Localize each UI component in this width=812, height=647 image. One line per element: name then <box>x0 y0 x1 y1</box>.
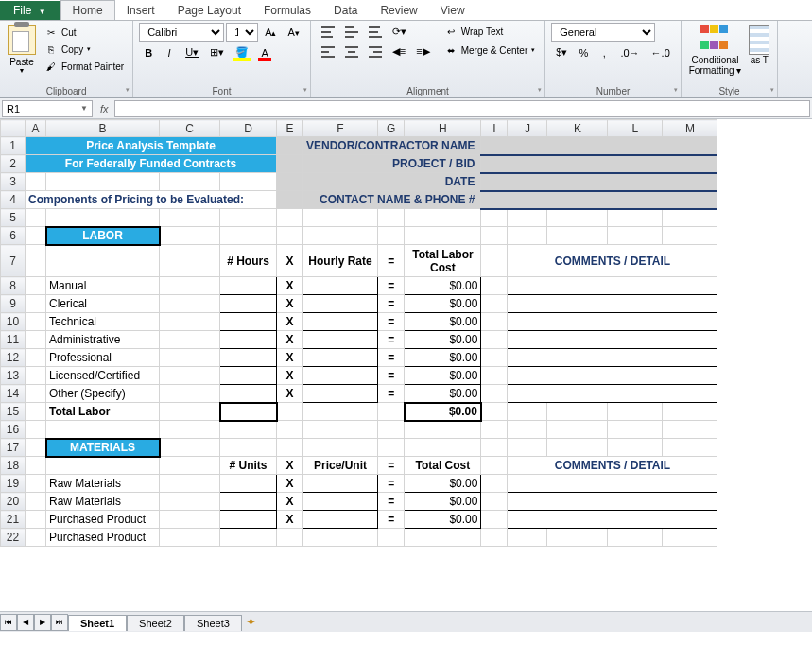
cell[interactable] <box>481 331 508 349</box>
border-button[interactable]: ⊞▾ <box>205 44 229 61</box>
mat-units-input[interactable] <box>220 475 277 493</box>
cell[interactable] <box>160 457 220 475</box>
cell[interactable] <box>481 295 508 313</box>
comment-input[interactable] <box>508 367 717 385</box>
cell[interactable] <box>481 529 508 547</box>
select-all-corner[interactable] <box>1 120 26 137</box>
formula-input[interactable] <box>114 100 810 117</box>
labor-col-x[interactable]: X <box>277 245 303 277</box>
increase-indent-button[interactable]: ≡▶ <box>411 43 434 61</box>
comments-header-1[interactable]: COMMENTS / DETAIL <box>508 245 717 277</box>
labor-total[interactable]: $0.00 <box>405 313 481 331</box>
comment-input[interactable] <box>508 349 717 367</box>
cell[interactable] <box>277 403 303 421</box>
align-center-button[interactable] <box>340 43 363 61</box>
subtitle-cell[interactable]: For Federally Funded Contracts <box>26 155 277 173</box>
cell[interactable] <box>26 331 46 349</box>
sheet-nav-prev[interactable]: ◀ <box>17 614 34 631</box>
cell[interactable] <box>26 245 46 277</box>
vendor-label-1[interactable]: VENDOR/CONTRACTOR NAME <box>303 137 481 155</box>
cell-x[interactable]: X <box>277 349 303 367</box>
labor-total[interactable]: $0.00 <box>405 277 481 295</box>
cell[interactable] <box>481 227 508 245</box>
cell[interactable] <box>303 209 378 227</box>
labor-row-label[interactable]: Professional <box>46 349 160 367</box>
mat-total[interactable]: $0.00 <box>405 511 481 529</box>
cell[interactable] <box>547 209 608 227</box>
cell[interactable] <box>160 529 220 547</box>
labor-total[interactable]: $0.00 <box>405 385 481 403</box>
vendor-input-1[interactable] <box>481 137 717 155</box>
cell[interactable] <box>378 227 405 245</box>
row-header-8[interactable]: 8 <box>1 277 26 295</box>
cell[interactable] <box>160 511 220 529</box>
cell-x[interactable]: X <box>277 475 303 493</box>
mat-col-units[interactable]: # Units <box>220 457 277 475</box>
cell[interactable] <box>508 529 547 547</box>
cell[interactable] <box>378 529 405 547</box>
col-header-C[interactable]: C <box>160 120 220 137</box>
col-header-I[interactable]: I <box>481 120 508 137</box>
cell[interactable] <box>26 403 46 421</box>
cell-eq[interactable]: = <box>378 331 405 349</box>
cell[interactable] <box>277 173 303 191</box>
align-left-button[interactable] <box>317 43 339 61</box>
decrease-decimal-button[interactable]: ←.0 <box>647 44 675 61</box>
vendor-label-3[interactable]: DATE <box>303 173 481 191</box>
cell[interactable] <box>663 529 717 547</box>
name-box[interactable]: R1 ▼ <box>2 100 93 117</box>
comment-input[interactable] <box>508 385 717 403</box>
mat-col-total[interactable]: Total Cost <box>405 457 481 475</box>
row-header-3[interactable]: 3 <box>1 173 26 191</box>
cell[interactable] <box>405 209 481 227</box>
row-header-5[interactable]: 5 <box>1 209 26 227</box>
orientation-button[interactable]: ⟳▾ <box>388 23 411 41</box>
cell[interactable] <box>378 209 405 227</box>
cell[interactable] <box>481 313 508 331</box>
cell[interactable] <box>303 403 378 421</box>
mat-col-price[interactable]: Price/Unit <box>303 457 378 475</box>
insert-sheet-button[interactable]: ✦ <box>242 615 261 630</box>
cell-x[interactable]: X <box>277 295 303 313</box>
tab-view[interactable]: View <box>429 1 476 20</box>
col-header-F[interactable]: F <box>303 120 378 137</box>
cell[interactable] <box>405 529 481 547</box>
col-header-K[interactable]: K <box>547 120 608 137</box>
cell[interactable] <box>26 313 46 331</box>
vendor-input-2[interactable] <box>481 155 717 173</box>
cell[interactable] <box>481 421 508 439</box>
cell[interactable] <box>160 173 220 191</box>
mat-price-input[interactable] <box>303 493 378 511</box>
cell[interactable] <box>481 493 508 511</box>
cell[interactable] <box>608 421 663 439</box>
cell[interactable] <box>26 529 46 547</box>
cell[interactable] <box>481 439 508 457</box>
labor-header[interactable]: LABOR <box>46 227 160 245</box>
col-header-J[interactable]: J <box>508 120 547 137</box>
merge-center-button[interactable]: ⬌ Merge & Center ▾ <box>441 42 540 59</box>
row-header-21[interactable]: 21 <box>1 511 26 529</box>
row-header-18[interactable]: 18 <box>1 457 26 475</box>
cell[interactable] <box>481 349 508 367</box>
cell[interactable] <box>46 421 160 439</box>
labor-rate-input[interactable] <box>303 385 378 403</box>
align-bottom-button[interactable] <box>364 23 387 41</box>
cell[interactable] <box>481 457 508 475</box>
row-header-10[interactable]: 10 <box>1 313 26 331</box>
cell[interactable] <box>405 421 481 439</box>
cell[interactable] <box>608 403 663 421</box>
cell[interactable] <box>26 385 46 403</box>
grid-container[interactable]: A B C D E F G H I J K L M 1 Price Analys… <box>0 119 812 611</box>
currency-button[interactable]: $▾ <box>551 44 572 61</box>
cell[interactable] <box>303 227 378 245</box>
conditional-formatting-button[interactable]: Conditional Formatting ▾ <box>687 23 744 78</box>
cell[interactable] <box>508 209 547 227</box>
cell-x[interactable]: X <box>277 277 303 295</box>
cell[interactable] <box>277 227 303 245</box>
cell[interactable] <box>608 209 663 227</box>
labor-hours-input[interactable] <box>220 385 277 403</box>
cell[interactable] <box>160 421 220 439</box>
mat-row-label[interactable]: Purchased Product <box>46 529 160 547</box>
cell[interactable] <box>160 385 220 403</box>
cell[interactable] <box>26 493 46 511</box>
